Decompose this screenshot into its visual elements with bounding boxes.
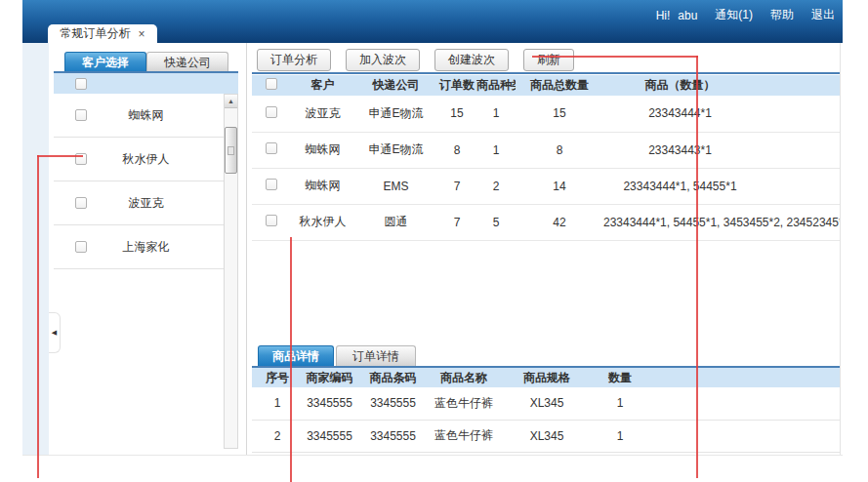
username-text: abu xyxy=(678,9,697,22)
cell-barcode: 3345555 xyxy=(356,387,430,420)
list-item[interactable]: 秋水伊人 xyxy=(54,138,238,181)
toolbar: 订单分析 加入波次 创建波次 刷新 xyxy=(257,49,574,71)
list-item[interactable]: 波亚克 xyxy=(54,181,238,225)
logout-link[interactable]: 退出 xyxy=(811,7,835,23)
customer-checkbox[interactable] xyxy=(75,241,87,253)
cell-order-count: 8 xyxy=(437,132,476,168)
table-row[interactable]: 蜘蛛网 EMS 7 2 14 23343444*1, 54455*1 xyxy=(252,168,840,204)
cell-spec: XL345 xyxy=(498,420,596,452)
orders-select-all-checkbox[interactable] xyxy=(266,78,277,90)
cell-order-count: 7 xyxy=(437,168,476,204)
annotation-line-vertical-left xyxy=(37,155,39,478)
col-order-count: 订单数 xyxy=(437,75,476,96)
collapse-arrow-icon: ◀ xyxy=(52,329,57,337)
cell-product-types: 5 xyxy=(476,204,516,240)
col-products: 商品（数量） xyxy=(603,75,840,96)
cell-merchant-code: 3345555 xyxy=(303,420,356,452)
col-total-quantity: 商品总数量 xyxy=(516,75,603,96)
tab-label: 常规订单分析 xyxy=(60,25,130,42)
row-checkbox[interactable] xyxy=(266,142,277,154)
row-checkbox[interactable] xyxy=(266,215,277,226)
annotation-line-horizontal-right xyxy=(532,56,698,58)
content-bottom-edge xyxy=(22,455,843,456)
cell-order-count: 7 xyxy=(437,204,476,240)
customer-checkbox[interactable] xyxy=(75,197,87,209)
cell-spec: XL345 xyxy=(498,387,596,420)
cell-quantity: 1 xyxy=(596,420,644,452)
cell-product-types: 2 xyxy=(476,168,516,204)
greeting-text: Hi! xyxy=(656,9,671,22)
cell-products: 23343443*1 xyxy=(603,132,840,168)
cell-products: 23343444*1, 54455*1, 3453455*2, 23452345… xyxy=(603,204,840,240)
table-row[interactable]: 1 3345555 3345555 蓝色牛仔裤 XL345 1 xyxy=(252,387,840,420)
cell-courier: EMS xyxy=(354,168,437,204)
tab-order-detail[interactable]: 订单详情 xyxy=(336,345,416,366)
row-checkbox[interactable] xyxy=(266,179,277,190)
cell-merchant-code: 3345555 xyxy=(303,387,356,420)
customer-list: 蜘蛛网 秋水伊人 波亚克 上海家化 xyxy=(54,94,238,269)
create-wave-button[interactable]: 创建波次 xyxy=(434,49,509,71)
user-greeting: Hi! abu xyxy=(656,9,698,22)
page: Hi! abu 通知(1) 帮助 退出 常规订单分析 × ◀ 客户选择 快递公司… xyxy=(0,0,868,482)
cell-courier: 申通E物流 xyxy=(354,96,437,132)
toolbar-rule xyxy=(252,72,840,74)
table-row[interactable]: 波亚克 申通E物流 15 1 15 23343444*1 xyxy=(252,96,840,132)
detail-header-row: 序号 商家编码 商品条码 商品名称 商品规格 数量 xyxy=(252,368,840,387)
col-spec: 商品规格 xyxy=(498,368,596,387)
close-icon[interactable]: × xyxy=(138,28,145,40)
scrollbar-grip xyxy=(227,146,234,155)
join-wave-button[interactable]: 加入波次 xyxy=(346,49,420,71)
scroll-up-icon[interactable]: ▲ xyxy=(225,95,237,108)
col-product-types: 商品种类 xyxy=(476,75,516,96)
notifications-link[interactable]: 通知(1) xyxy=(715,7,753,23)
tab-product-detail[interactable]: 商品详情 xyxy=(258,345,334,366)
order-analyze-button[interactable]: 订单分析 xyxy=(257,49,331,71)
cell-customer: 蜘蛛网 xyxy=(291,132,354,168)
refresh-button[interactable]: 刷新 xyxy=(523,49,574,71)
cell-products: 23343444*1, 54455*1 xyxy=(603,168,840,204)
list-item[interactable]: 上海家化 xyxy=(54,225,238,269)
cell-product-name: 蓝色牛仔裤 xyxy=(430,420,498,452)
list-item[interactable]: 蜘蛛网 xyxy=(54,94,238,138)
col-customer: 客户 xyxy=(291,75,354,96)
table-row[interactable]: 蜘蛛网 申通E物流 8 1 8 23343443*1 xyxy=(252,132,840,168)
scrollbar-thumb[interactable] xyxy=(225,127,237,174)
panel-right-edge xyxy=(840,43,841,455)
col-quantity: 数量 xyxy=(596,368,644,387)
table-row[interactable]: 2 3345555 3345555 蓝色牛仔裤 XL345 1 xyxy=(252,420,840,452)
cell-total-quantity: 15 xyxy=(516,96,603,132)
cell-quantity: 1 xyxy=(596,387,644,420)
collapse-handle[interactable]: ◀ xyxy=(49,312,61,353)
cell-total-quantity: 14 xyxy=(516,168,603,204)
tab-courier-company[interactable]: 快递公司 xyxy=(146,52,228,72)
tab-customer-select[interactable]: 客户选择 xyxy=(64,52,146,72)
cell-total-quantity: 42 xyxy=(516,204,603,240)
cell-product-name: 蓝色牛仔裤 xyxy=(430,387,498,420)
annotation-line-horizontal-left xyxy=(37,155,83,157)
cell-order-count: 15 xyxy=(437,96,476,132)
cell-courier: 申通E物流 xyxy=(354,132,437,168)
cell-index: 2 xyxy=(252,420,303,452)
annotation-line-vertical-middle xyxy=(290,237,292,482)
help-link[interactable]: 帮助 xyxy=(770,7,794,23)
tab-order-analysis[interactable]: 常规订单分析 × xyxy=(48,24,157,43)
customer-list-scrollbar[interactable]: ▲ xyxy=(224,94,238,449)
cell-product-types: 1 xyxy=(476,132,516,168)
table-row[interactable]: 秋水伊人 圆通 7 5 42 23343444*1, 54455*1, 3453… xyxy=(252,204,840,240)
cell-customer: 蜘蛛网 xyxy=(291,168,354,204)
customer-checkbox[interactable] xyxy=(75,109,87,121)
col-product-name: 商品名称 xyxy=(430,368,498,387)
col-index: 序号 xyxy=(252,368,303,387)
col-courier: 快递公司 xyxy=(354,75,437,96)
cell-product-types: 1 xyxy=(476,96,516,132)
annotation-line-vertical-right xyxy=(696,56,698,478)
cell-courier: 圆通 xyxy=(354,204,437,240)
customer-list-header xyxy=(54,73,238,94)
select-all-checkbox[interactable] xyxy=(75,78,87,90)
cell-index: 1 xyxy=(252,387,303,420)
panel-divider xyxy=(246,43,247,455)
cell-barcode: 3345555 xyxy=(356,420,430,452)
orders-header-row: 客户 快递公司 订单数 商品种类 商品总数量 商品（数量） xyxy=(252,75,840,96)
collapse-strip xyxy=(22,43,49,455)
row-checkbox[interactable] xyxy=(266,106,277,118)
